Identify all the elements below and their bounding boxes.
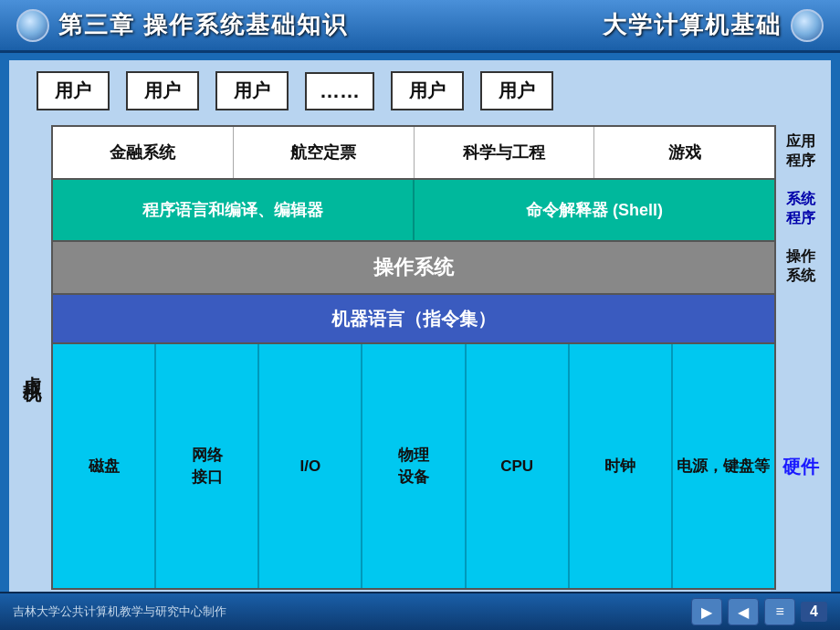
right-app-text: 应用程序 xyxy=(786,132,815,171)
user-box-1: 用户 xyxy=(37,71,110,110)
diagram: 虚拟机 金融系统 航空定票 科学与工程 游戏 程序语言和编译、编辑器 命令解释器… xyxy=(18,125,822,590)
user-box-6: 用户 xyxy=(480,71,553,110)
hw-clock: 时钟 xyxy=(570,344,673,588)
hw-disk: 磁盘 xyxy=(53,344,156,588)
layer-hardware: 磁盘 网络接口 I/O 物理设备 CPU 时钟 电源，键盘等 xyxy=(53,344,774,588)
layer-system: 程序语言和编译、编辑器 命令解释器 (Shell) xyxy=(53,180,774,242)
layers-container: 金融系统 航空定票 科学与工程 游戏 程序语言和编译、编辑器 命令解释器 (Sh… xyxy=(51,125,776,590)
user-box-5: 用户 xyxy=(391,71,464,110)
prev-button[interactable]: ◀ xyxy=(728,598,759,625)
header-right: 大学计算机基础 xyxy=(603,9,824,42)
header-circle-right-icon xyxy=(791,9,824,42)
main-content: 用户 用户 用户 …… 用户 用户 虚拟机 金融系统 航空定票 科学与工程 游戏… xyxy=(9,60,831,599)
user-box-2: 用户 xyxy=(126,71,199,110)
right-label-hw: 硬件 xyxy=(780,342,822,590)
right-label-os: 操作系统 xyxy=(780,240,822,293)
menu-button[interactable]: ≡ xyxy=(764,598,795,625)
layer-application: 金融系统 航空定票 科学与工程 游戏 xyxy=(53,127,774,180)
hw-network: 网络接口 xyxy=(156,344,259,588)
sys-right-shell: 命令解释器 (Shell) xyxy=(415,180,774,240)
sys-left-compilers: 程序语言和编译、编辑器 xyxy=(53,180,415,240)
footer: 吉林大学公共计算机教学与研究中心制作 ▶ ◀ ≡ 4 xyxy=(0,592,840,630)
hw-physical-label: 物理设备 xyxy=(398,445,429,488)
right-sys-text: 系统程序 xyxy=(786,190,815,228)
header-circle-icon xyxy=(16,9,49,42)
user-dots: …… xyxy=(305,72,374,110)
hw-network-label: 网络接口 xyxy=(192,445,223,488)
right-label-machine-spacer xyxy=(780,293,822,342)
footer-controls[interactable]: ▶ ◀ ≡ 4 xyxy=(691,598,827,625)
header: 第三章 操作系统基础知识 大学计算机基础 xyxy=(0,0,840,53)
right-hw-text: 硬件 xyxy=(782,455,819,478)
app-items: 金融系统 航空定票 科学与工程 游戏 xyxy=(53,127,774,178)
right-labels: 应用程序 系统程序 操作系统 硬件 xyxy=(780,125,822,590)
next-icon: ▶ xyxy=(701,604,712,621)
layer-machine: 机器语言（指令集） xyxy=(53,295,774,344)
right-label-sys: 系统程序 xyxy=(780,178,822,240)
footer-text: 吉林大学公共计算机教学与研究中心制作 xyxy=(13,604,226,620)
layer-os: 操作系统 xyxy=(53,242,774,295)
hw-io: I/O xyxy=(259,344,362,588)
header-subtitle: 大学计算机基础 xyxy=(603,9,782,41)
app-item-airline: 航空定票 xyxy=(234,127,415,178)
page-number: 4 xyxy=(801,602,827,622)
os-label: 操作系统 xyxy=(373,254,454,281)
app-item-finance: 金融系统 xyxy=(53,127,234,178)
machine-label: 机器语言（指令集） xyxy=(331,307,496,331)
prev-icon: ◀ xyxy=(738,604,749,621)
app-item-science: 科学与工程 xyxy=(415,127,595,178)
next-button[interactable]: ▶ xyxy=(691,598,722,625)
users-row: 用户 用户 用户 …… 用户 用户 xyxy=(18,71,822,110)
hw-power: 电源，键盘等 xyxy=(673,344,774,588)
user-box-3: 用户 xyxy=(215,71,289,110)
header-title: 第三章 操作系统基础知识 xyxy=(58,9,348,41)
hw-cpu: CPU xyxy=(467,344,570,588)
menu-icon: ≡ xyxy=(775,604,783,620)
right-label-app: 应用程序 xyxy=(780,125,822,178)
app-item-games: 游戏 xyxy=(594,127,774,178)
left-label-virtual-machine: 虚拟机 xyxy=(18,125,47,590)
right-os-text: 操作系统 xyxy=(786,247,815,286)
header-left: 第三章 操作系统基础知识 xyxy=(16,9,348,42)
hw-physical: 物理设备 xyxy=(362,344,466,588)
